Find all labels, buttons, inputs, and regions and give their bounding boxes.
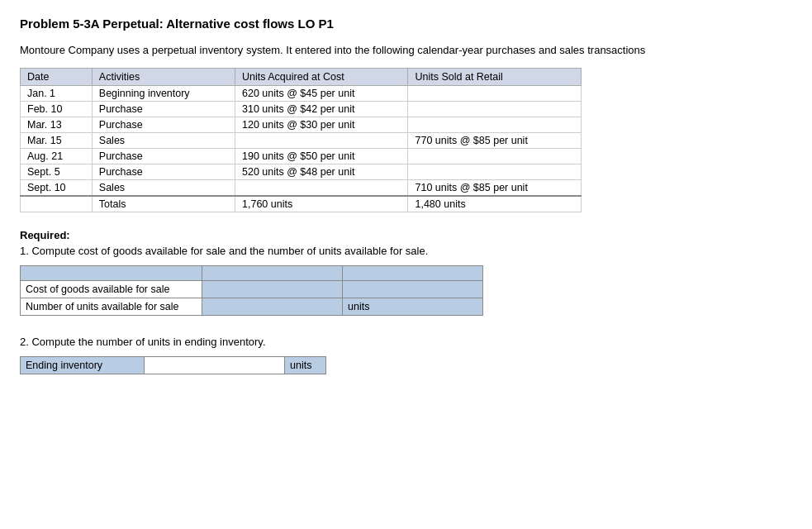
- q1-header-label: [21, 266, 202, 281]
- ending-inventory-table: Ending inventory units: [20, 356, 326, 374]
- total-acquired: 1,760 units: [235, 196, 408, 212]
- table-row: Sept. 10 Sales 710 units @ $85 per unit: [21, 180, 582, 197]
- ending-units-cell: units: [285, 357, 326, 374]
- row-sold: [408, 86, 582, 102]
- row-sold: [408, 102, 582, 117]
- row-activity: Sales: [92, 133, 235, 149]
- col-acquired: Units Acquired at Cost: [235, 69, 408, 86]
- row-date: Mar. 15: [21, 133, 93, 149]
- required-section: Required: 1. Compute cost of goods avail…: [20, 229, 792, 374]
- q1-header-input2: [343, 266, 483, 281]
- required-label: Required:: [20, 229, 792, 241]
- row-sold: [408, 164, 582, 180]
- row-activity: Sales: [92, 180, 235, 197]
- row-acquired: 520 units @ $48 per unit: [235, 164, 408, 180]
- cost-input-cell[interactable]: [202, 281, 343, 298]
- table-row: Jan. 1 Beginning inventory 620 units @ $…: [21, 86, 582, 102]
- row-date: Aug. 21: [21, 149, 93, 164]
- row-sold: [408, 149, 582, 164]
- cost-row: Cost of goods available for sale: [21, 281, 483, 298]
- table-row: Mar. 13 Purchase 120 units @ $30 per uni…: [21, 117, 582, 133]
- row-date: Sept. 10: [21, 180, 93, 197]
- total-label: Totals: [92, 196, 235, 212]
- row-acquired: 310 units @ $42 per unit: [235, 102, 408, 117]
- required-item-1: 1. Compute cost of goods available for s…: [20, 245, 792, 257]
- row-date: Jan. 1: [21, 86, 93, 102]
- ending-input-cell[interactable]: [145, 357, 285, 374]
- row-date: Mar. 13: [21, 117, 93, 133]
- row-acquired: [235, 133, 408, 149]
- cost-input-cell2[interactable]: [343, 281, 483, 298]
- col-activities: Activities: [92, 69, 235, 86]
- q1-header-input1: [202, 266, 343, 281]
- cost-input2[interactable]: [348, 284, 477, 295]
- units-input[interactable]: [207, 301, 337, 312]
- totals-row: Totals 1,760 units 1,480 units: [21, 196, 582, 212]
- units-input-cell[interactable]: [202, 298, 343, 316]
- row-acquired: 620 units @ $45 per unit: [235, 86, 408, 102]
- total-blank: [21, 196, 93, 212]
- row-activity: Purchase: [92, 102, 235, 117]
- question1-table: Cost of goods available for sale Number …: [20, 265, 483, 316]
- row-acquired: [235, 180, 408, 197]
- row-acquired: 190 units @ $50 per unit: [235, 149, 408, 164]
- col-sold: Units Sold at Retail: [408, 69, 582, 86]
- units-label: Number of units available for sale: [21, 298, 202, 316]
- row-activity: Beginning inventory: [92, 86, 235, 102]
- row-activity: Purchase: [92, 117, 235, 133]
- cost-input[interactable]: [207, 284, 337, 295]
- ending-row: Ending inventory units: [21, 357, 326, 374]
- table-row: Feb. 10 Purchase 310 units @ $42 per uni…: [21, 102, 582, 117]
- table-row: Aug. 21 Purchase 190 units @ $50 per uni…: [21, 149, 582, 164]
- transactions-table: Date Activities Units Acquired at Cost U…: [20, 68, 582, 212]
- row-sold: 770 units @ $85 per unit: [408, 133, 582, 149]
- table-row: Mar. 15 Sales 770 units @ $85 per unit: [21, 133, 582, 149]
- intro-text: Montoure Company uses a perpetual invent…: [20, 44, 792, 56]
- row-sold: [408, 117, 582, 133]
- units-suffix-cell: units: [343, 298, 483, 316]
- section-2: 2. Compute the number of units in ending…: [20, 336, 792, 374]
- row-acquired: 120 units @ $30 per unit: [235, 117, 408, 133]
- page-title: Problem 5-3A Perpetual: Alternative cost…: [20, 17, 792, 31]
- total-sold: 1,480 units: [408, 196, 582, 212]
- row-date: Feb. 10: [21, 102, 93, 117]
- section-2-label: 2. Compute the number of units in ending…: [20, 336, 792, 348]
- units-row: Number of units available for sale units: [21, 298, 483, 316]
- row-activity: Purchase: [92, 149, 235, 164]
- row-date: Sept. 5: [21, 164, 93, 180]
- ending-input[interactable]: [150, 360, 279, 371]
- ending-label: Ending inventory: [21, 357, 145, 374]
- table-row: Sept. 5 Purchase 520 units @ $48 per uni…: [21, 164, 582, 180]
- cost-label: Cost of goods available for sale: [21, 281, 202, 298]
- row-sold: 710 units @ $85 per unit: [408, 180, 582, 197]
- row-activity: Purchase: [92, 164, 235, 180]
- col-date: Date: [21, 69, 93, 86]
